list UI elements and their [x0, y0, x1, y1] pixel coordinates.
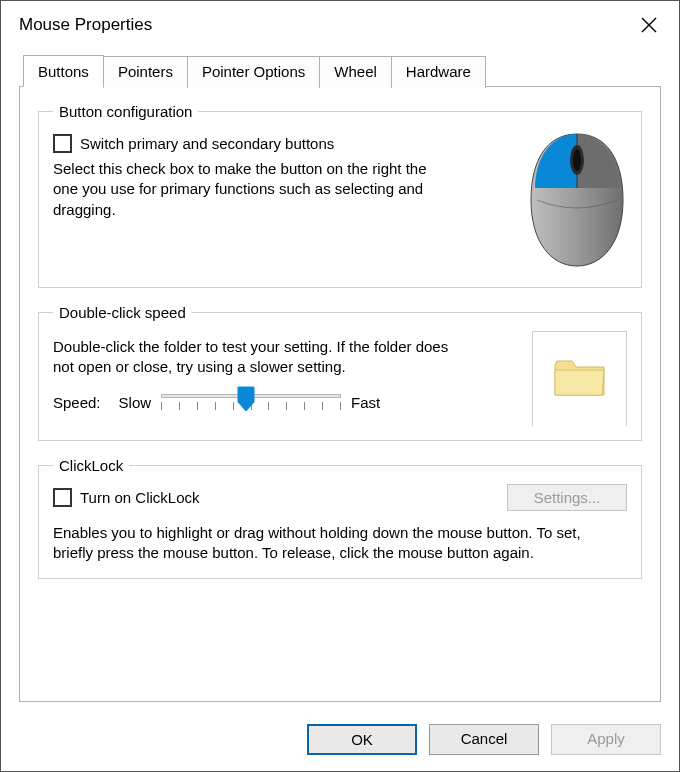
- double-click-speed-group: Double-click speed Double-click the fold…: [38, 304, 642, 441]
- mouse-preview: [517, 130, 627, 273]
- clicklock-checkbox[interactable]: [53, 488, 72, 507]
- speed-fast-label: Fast: [351, 394, 380, 411]
- tab-hardware[interactable]: Hardware: [391, 56, 486, 88]
- clicklock-row: Turn on ClickLock: [53, 488, 200, 507]
- double-click-speed-legend: Double-click speed: [53, 304, 192, 321]
- titlebar: Mouse Properties: [1, 1, 679, 45]
- switch-buttons-row: Switch primary and secondary buttons: [53, 134, 433, 153]
- svg-point-4: [573, 149, 581, 171]
- clicklock-description: Enables you to highlight or drag without…: [53, 523, 613, 564]
- window-title: Mouse Properties: [19, 15, 152, 35]
- folder-icon: [552, 355, 607, 403]
- content-area: Buttons Pointers Pointer Options Wheel H…: [1, 45, 679, 712]
- tab-wheel[interactable]: Wheel: [319, 56, 392, 88]
- double-click-speed-slider[interactable]: [161, 388, 341, 418]
- switch-buttons-description: Select this check box to make the button…: [53, 159, 433, 220]
- switch-buttons-label: Switch primary and secondary buttons: [80, 135, 334, 152]
- mouse-properties-dialog: Mouse Properties Buttons Pointers Pointe…: [0, 0, 680, 772]
- ok-button[interactable]: OK: [307, 724, 417, 755]
- close-button[interactable]: [635, 11, 663, 39]
- dialog-footer: OK Cancel Apply: [1, 712, 679, 771]
- button-configuration-group: Button configuration Switch primary and …: [38, 103, 642, 288]
- slider-thumb[interactable]: [237, 386, 255, 412]
- speed-row: Speed: Slow: [53, 388, 532, 418]
- tab-strip: Buttons Pointers Pointer Options Wheel H…: [19, 55, 661, 87]
- double-click-description: Double-click the folder to test your set…: [53, 337, 453, 378]
- speed-label: Speed:: [53, 394, 101, 411]
- switch-buttons-checkbox[interactable]: [53, 134, 72, 153]
- button-configuration-legend: Button configuration: [53, 103, 198, 120]
- double-click-test-folder[interactable]: [532, 331, 627, 426]
- tab-buttons[interactable]: Buttons: [23, 55, 104, 87]
- apply-button: Apply: [551, 724, 661, 755]
- tab-pointer-options[interactable]: Pointer Options: [187, 56, 320, 88]
- clicklock-group: ClickLock Turn on ClickLock Settings... …: [38, 457, 642, 579]
- speed-slow-label: Slow: [119, 394, 152, 411]
- tab-panel-buttons: Button configuration Switch primary and …: [19, 86, 661, 702]
- mouse-icon: [527, 130, 627, 273]
- tab-pointers[interactable]: Pointers: [103, 56, 188, 88]
- clicklock-legend: ClickLock: [53, 457, 129, 474]
- clicklock-label: Turn on ClickLock: [80, 489, 200, 506]
- clicklock-settings-button: Settings...: [507, 484, 627, 511]
- close-icon: [640, 16, 658, 34]
- cancel-button[interactable]: Cancel: [429, 724, 539, 755]
